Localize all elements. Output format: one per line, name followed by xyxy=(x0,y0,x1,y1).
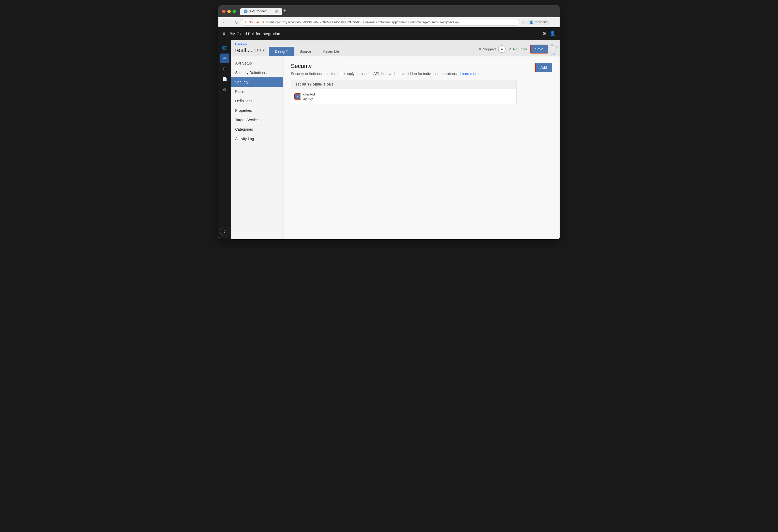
tab-assemble[interactable]: Assemble xyxy=(317,47,345,56)
sidebar-icon-help[interactable]: ? xyxy=(220,227,229,236)
sidebar-icon-layers[interactable]: ⊞ xyxy=(220,64,229,74)
add-btn[interactable]: Add xyxy=(535,63,552,72)
no-errors: ✓ No Errors xyxy=(508,47,528,52)
traffic-light-yellow[interactable] xyxy=(227,10,231,13)
stopped-label: Stopped xyxy=(483,47,495,51)
new-tab-btn[interactable]: + xyxy=(283,8,286,15)
table-header: SECURITY DEFINITIONS xyxy=(291,80,516,89)
sidenav-item-activity-log[interactable]: Activity Log xyxy=(231,134,283,144)
icon-sidebar: 🌐 ✏ ⊞ 📄 ⚙ ? xyxy=(218,40,231,239)
incognito-area: 👤 Incognito xyxy=(527,20,550,25)
tab-close-btn[interactable]: × xyxy=(275,9,279,13)
star-btn[interactable]: ☆ xyxy=(522,20,525,25)
app-topbar: ≡ IBM Cloud Pak for Integration ⚙ 👤 xyxy=(218,27,560,40)
traffic-light-red[interactable] xyxy=(222,10,226,13)
sidenav-item-security[interactable]: Security xyxy=(231,77,283,87)
security-def-name: client-id xyxy=(303,92,315,96)
settings-btn[interactable]: ⚙ xyxy=(542,31,546,36)
browser-titlebar: ⊙ API Connect × + xyxy=(218,5,560,17)
hamburger-btn[interactable]: ≡ xyxy=(223,31,226,36)
app-body: 🌐 ✏ ⊞ 📄 ⚙ ? Develop realti.. xyxy=(218,40,560,239)
traffic-light-green[interactable] xyxy=(233,10,236,13)
main-content-area: Develop realti... 1.0.0 ▾ Design* xyxy=(231,40,560,239)
api-version[interactable]: 1.0.0 ▾ xyxy=(254,48,264,52)
sidenav-item-definitions[interactable]: Definitions xyxy=(231,96,283,106)
svg-line-7 xyxy=(545,51,554,54)
no-errors-label: No Errors xyxy=(513,47,528,51)
app-title: IBM Cloud Pak for Integration xyxy=(229,31,280,36)
active-tab[interactable]: ⊙ API Connect × xyxy=(240,8,282,15)
browser-more-btn[interactable]: ⋮ xyxy=(552,19,556,25)
learn-more-link[interactable]: Learn more xyxy=(460,72,479,76)
sidebar-icon-gear[interactable]: ⚙ xyxy=(220,85,229,94)
api-name: realti... xyxy=(235,47,252,54)
stopped-indicator: Stopped xyxy=(479,47,495,51)
main-layout: API Setup Security Definitions Security … xyxy=(231,57,560,239)
forward-btn[interactable]: › xyxy=(227,19,232,26)
back-btn[interactable]: ‹ xyxy=(222,19,226,26)
svg-line-8 xyxy=(554,47,557,54)
tab-design[interactable]: Design* xyxy=(269,47,294,56)
section-description: Security definitions selected here apply… xyxy=(291,72,478,76)
sidenav-item-target-services[interactable]: Target Services xyxy=(231,115,283,124)
address-bar[interactable]: ⚠ Not Secure mgmt.icp-proxy.djc-icp4i-52… xyxy=(241,19,520,26)
security-def-type: apiKey xyxy=(303,97,315,100)
svg-line-5 xyxy=(545,45,552,51)
breadcrumb-develop[interactable]: Develop xyxy=(235,42,264,46)
section-title: Security xyxy=(291,63,478,70)
tab-source[interactable]: Source xyxy=(294,47,317,56)
sidebar-icon-edit[interactable]: ✏ xyxy=(220,54,229,63)
tab-bar: ⊙ API Connect × + xyxy=(240,8,286,15)
play-btn[interactable]: ▶ xyxy=(498,46,505,53)
refresh-btn[interactable]: ↻ xyxy=(233,19,239,25)
sidenav-item-paths[interactable]: Paths xyxy=(231,87,283,96)
warning-icon: ⚠ xyxy=(244,20,247,24)
checkmark-icon: ✓ xyxy=(508,47,512,52)
sidenav-item-categories[interactable]: Categories xyxy=(231,124,283,134)
not-secure-label: Not Secure xyxy=(249,20,264,24)
table-row: ✓ client-id apiKey xyxy=(291,89,516,104)
tab-favicon: ⊙ xyxy=(244,9,247,13)
browser-navbar: ‹ › ↻ ⚠ Not Secure mgmt.icp-proxy.djc-ic… xyxy=(218,17,560,27)
sidebar-icon-document[interactable]: 📄 xyxy=(220,75,229,84)
tab-title: API Connect xyxy=(250,9,267,13)
incognito-label: Incognito xyxy=(535,20,548,24)
security-definitions-table: SECURITY DEFINITIONS ✓ client-id apiKey xyxy=(291,80,517,104)
incognito-icon: 👤 xyxy=(529,20,533,24)
security-def-checkbox[interactable]: ✓ xyxy=(295,94,300,99)
security-content: Security Security definitions selected h… xyxy=(284,57,560,239)
sidenav-item-api-setup[interactable]: API Setup xyxy=(231,59,283,68)
sidenav-item-security-definitions[interactable]: Security Definitions xyxy=(231,68,283,77)
user-btn[interactable]: 👤 xyxy=(550,31,555,36)
dot-indicator xyxy=(479,48,481,51)
traffic-lights xyxy=(222,10,236,13)
toolbar-tabs: Design* Source Assemble xyxy=(269,47,345,56)
sidenav-item-properties[interactable]: Properties xyxy=(231,106,283,115)
sidebar-icon-globe[interactable]: 🌐 xyxy=(220,43,229,53)
url-text: mgmt.icp-proxy.djc-icp4i-5290c8c8e579792… xyxy=(266,20,517,24)
side-nav: API Setup Security Definitions Security … xyxy=(231,57,284,239)
security-def-info: client-id apiKey xyxy=(303,92,315,100)
app-window: ≡ IBM Cloud Pak for Integration ⚙ 👤 🌐 ✏ … xyxy=(218,27,560,239)
top-toolbar: Develop realti... 1.0.0 ▾ Design* xyxy=(231,40,560,57)
